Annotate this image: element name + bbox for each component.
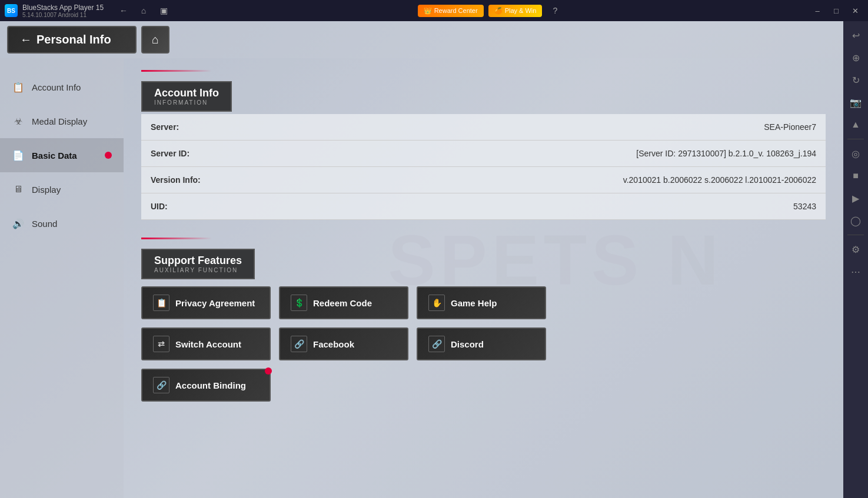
basic-data-icon: 📄 xyxy=(12,149,25,162)
rs-rotate-button[interactable]: ↻ xyxy=(845,69,866,91)
support-features-section-header: Support Features AUXILIARY FUNCTION xyxy=(141,249,255,279)
server-label: Server: xyxy=(141,114,247,141)
titlebar-nav: ← ⌂ ▣ xyxy=(115,2,172,19)
discord-button[interactable]: 🔗 Discord xyxy=(417,327,546,360)
app-info: BlueStacks App Player 15 5.14.10.1007 An… xyxy=(22,4,104,18)
table-row-version-info: Version Info: v.2010021 b.2006022 s.2006… xyxy=(141,167,826,193)
close-button[interactable]: ✕ xyxy=(847,4,863,17)
account-info-subtitle: INFORMATION xyxy=(154,99,219,106)
support-features-subtitle: AUXILIARY FUNCTION xyxy=(154,267,242,273)
playnwin-label: Play & Win xyxy=(505,7,537,14)
account-info-accent xyxy=(141,70,212,72)
game-help-label: Game Help xyxy=(451,298,497,308)
minimize-button[interactable]: – xyxy=(809,4,826,17)
privacy-agreement-label: Privacy Agreement xyxy=(175,298,255,308)
table-row-server-id: Server ID: [Server ID: 2971310007] b.2.1… xyxy=(141,141,826,167)
sidebar-item-sound[interactable]: 🔊 Sound xyxy=(0,206,124,240)
account-info-table: Server: SEA-Pioneer7 Server ID: [Server … xyxy=(141,114,826,220)
discord-icon: 🔗 xyxy=(428,336,445,352)
redeem-code-icon: 💲 xyxy=(291,295,307,311)
support-features-title: Support Features xyxy=(154,255,242,267)
rs-settings-button[interactable]: ⚙ xyxy=(845,239,866,260)
uid-value: 53243 xyxy=(247,193,826,220)
version-info-value: v.2010021 b.2006022 s.2006022 l.2010021-… xyxy=(247,167,826,193)
rs-square-button[interactable]: ■ xyxy=(845,165,866,186)
redeem-code-button[interactable]: 💲 Redeem Code xyxy=(279,286,408,319)
play-win-button[interactable]: 🍊 Play & Win xyxy=(488,5,543,17)
rs-more-button[interactable]: ⋯ xyxy=(845,261,866,282)
sidebar-medal-label: Medal Display xyxy=(32,116,87,126)
facebook-button[interactable]: 🔗 Facebook xyxy=(279,327,408,360)
playnwin-icon: 🍊 xyxy=(494,7,503,15)
rs-screenshot-button[interactable]: 📷 xyxy=(845,92,866,113)
account-binding-button[interactable]: 🔗 Account Binding xyxy=(141,369,271,402)
account-info-section-header: Account Info INFORMATION xyxy=(141,81,232,112)
multi-instance-button[interactable]: ▣ xyxy=(155,2,172,19)
server-id-value: [Server ID: 2971310007] b.2.1.0_v. 10826… xyxy=(247,141,826,167)
facebook-icon: 🔗 xyxy=(291,336,307,352)
content-area: 📋 Account Info ☣ Medal Display 📄 Basic D… xyxy=(0,58,843,498)
display-icon: 🖥 xyxy=(12,183,25,196)
rs-back-button[interactable]: ↩ xyxy=(845,25,866,46)
sidebar-basic-data-label: Basic Data xyxy=(32,151,77,161)
sidebar-display-label: Display xyxy=(32,185,61,195)
rs-circle-button[interactable]: ◯ xyxy=(845,210,866,231)
sidebar-item-account-info[interactable]: 📋 Account Info xyxy=(0,70,124,104)
account-binding-icon: 🔗 xyxy=(153,377,169,393)
app-icon: BS xyxy=(5,4,18,17)
rs-volume-button[interactable]: ▲ xyxy=(845,114,866,135)
rs-target-button[interactable]: ◎ xyxy=(845,143,866,164)
game-help-button[interactable]: ✋ Game Help xyxy=(417,286,546,319)
reward-center-button[interactable]: 👑 Reward Center xyxy=(418,5,484,17)
switch-account-button[interactable]: ⇄ Switch Account xyxy=(141,327,271,360)
sidebar-sound-label: Sound xyxy=(32,219,57,229)
titlebar: BS BlueStacks App Player 15 5.14.10.1007… xyxy=(0,0,868,21)
home-nav-button[interactable]: ⌂ xyxy=(135,2,152,19)
switch-account-icon: ⇄ xyxy=(153,336,169,352)
back-arrow-icon: ← xyxy=(20,33,32,46)
account-info-title: Account Info xyxy=(154,87,219,99)
privacy-agreement-icon: 📋 xyxy=(153,295,169,311)
personal-info-button[interactable]: ← Personal Info xyxy=(7,26,137,54)
account-binding-badge xyxy=(265,367,272,375)
basic-data-badge xyxy=(105,152,112,159)
support-features-grid: 📋 Privacy Agreement 💲 Redeem Code ✋ Game… xyxy=(141,286,826,402)
titlebar-left: BS BlueStacks App Player 15 5.14.10.1007… xyxy=(5,2,172,19)
facebook-label: Facebook xyxy=(313,339,354,349)
app-subtitle: 5.14.10.1007 Android 11 xyxy=(22,12,104,18)
switch-account-label: Switch Account xyxy=(175,339,241,349)
main-panel: Account Info INFORMATION Server: SEA-Pio… xyxy=(124,58,843,498)
table-row-server: Server: SEA-Pioneer7 xyxy=(141,114,826,141)
rs-add-button[interactable]: ⊕ xyxy=(845,47,866,68)
rs-play-button[interactable]: ▶ xyxy=(845,188,866,209)
sound-icon: 🔊 xyxy=(12,217,25,230)
account-info-icon: 📋 xyxy=(12,81,25,93)
support-features-accent xyxy=(141,238,212,239)
rs-divider-2 xyxy=(847,235,864,235)
account-binding-label: Account Binding xyxy=(175,380,246,390)
personal-info-label: Personal Info xyxy=(36,33,111,46)
sidebar-account-info-label: Account Info xyxy=(32,82,81,92)
home-icon: ⌂ xyxy=(152,33,159,46)
home-button[interactable]: ⌂ xyxy=(141,26,169,54)
server-value: SEA-Pioneer7 xyxy=(247,114,826,141)
left-sidebar: 📋 Account Info ☣ Medal Display 📄 Basic D… xyxy=(0,58,124,498)
help-button[interactable]: ? xyxy=(547,2,563,19)
uid-label: UID: xyxy=(141,193,247,220)
version-info-label: Version Info: xyxy=(141,167,247,193)
reward-icon: 👑 xyxy=(424,7,432,15)
server-id-label: Server ID: xyxy=(141,141,247,167)
privacy-agreement-button[interactable]: 📋 Privacy Agreement xyxy=(141,286,271,319)
restore-button[interactable]: □ xyxy=(828,4,844,17)
back-button[interactable]: ← xyxy=(115,2,132,19)
rs-divider-1 xyxy=(847,139,864,139)
app-title: BlueStacks App Player 15 xyxy=(22,4,104,12)
right-sidebar: ↩ ⊕ ↻ 📷 ▲ ◎ ■ ▶ ◯ ⚙ ⋯ xyxy=(843,21,868,498)
main-wrapper: SPETS N ← Personal Info ⌂ 📋 Account Info… xyxy=(0,21,868,498)
reward-label: Reward Center xyxy=(434,7,478,14)
sidebar-item-basic-data[interactable]: 📄 Basic Data xyxy=(0,138,124,172)
sidebar-item-display[interactable]: 🖥 Display xyxy=(0,172,124,206)
medal-display-icon: ☣ xyxy=(12,115,25,128)
sidebar-item-medal-display[interactable]: ☣ Medal Display xyxy=(0,104,124,138)
discord-label: Discord xyxy=(451,339,484,349)
